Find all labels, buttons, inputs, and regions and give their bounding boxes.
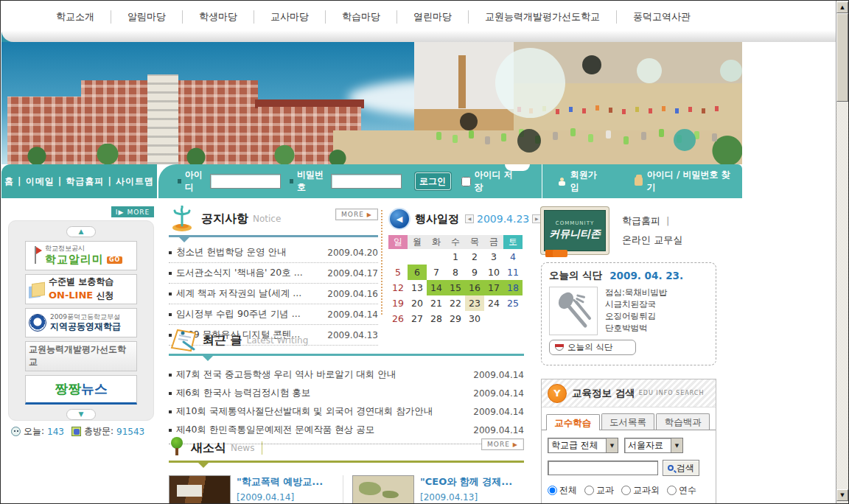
edu-search-button[interactable]: 검색 xyxy=(663,460,699,476)
calendar-day[interactable]: 8 xyxy=(446,265,465,280)
calendar-day[interactable]: 11 xyxy=(503,265,523,280)
quick-links[interactable]: 홈 | 이메일 | 학급홈피 | 사이트맵 xyxy=(1,164,157,198)
notice-more-button[interactable]: MORE▶ xyxy=(335,209,378,220)
save-id-checkbox[interactable] xyxy=(461,177,471,186)
calendar-day[interactable]: 9 xyxy=(465,265,484,280)
calendar-day[interactable]: 14 xyxy=(427,280,446,295)
news-title: 새소식 xyxy=(191,441,226,456)
calendar-day[interactable]: 2 xyxy=(465,249,484,265)
calendar-day[interactable]: 7 xyxy=(427,265,446,280)
tab-teaching-learning[interactable]: 교수학습 xyxy=(546,414,600,430)
students-playing xyxy=(436,132,441,140)
calendar-day[interactable]: 19 xyxy=(388,295,408,311)
person-icon xyxy=(558,178,565,186)
latest-item[interactable]: 제10회 국제통역사절단선발대회 및 외국어 경연대회 참가안내2009.04.… xyxy=(169,402,524,421)
tab-book-list[interactable]: 도서목록 xyxy=(601,413,655,430)
calendar-day[interactable]: 5 xyxy=(388,265,408,280)
nav-item-notice-board[interactable]: 알림마당 xyxy=(111,10,182,24)
calendar-day[interactable]: 4 xyxy=(503,249,523,265)
nav-item-school-intro[interactable]: 학교소개 xyxy=(40,10,111,24)
nav-item-teacher[interactable]: 교사마당 xyxy=(254,10,325,24)
calendar-day[interactable]: 1 xyxy=(446,249,465,265)
calendar-day xyxy=(388,249,408,265)
nav-item-learning[interactable]: 학습마당 xyxy=(325,10,396,24)
event-calendar: ◀ 행사일정 ◀ 2009.4.23 ▶ 일 월 화 수 목 금 토 12345… xyxy=(388,204,524,326)
calendar-next-button[interactable]: ▶ xyxy=(532,214,541,223)
news-more-button[interactable]: MORE▶ xyxy=(481,438,524,450)
calendar-day[interactable]: 25 xyxy=(503,295,523,311)
notice-item[interactable]: 청소년 헌법학당 운영 안내2009.04.20 xyxy=(169,242,378,263)
calendar-day[interactable]: 29 xyxy=(446,311,465,326)
notice-item[interactable]: 세계 책과 저작권의 날(세계 ...2009.04.16 xyxy=(169,284,378,304)
login-button[interactable]: 로그인 xyxy=(415,172,451,190)
password-input[interactable] xyxy=(331,174,402,189)
calendar-prev-button[interactable]: ◀ xyxy=(465,214,474,223)
calendar-day[interactable]: 26 xyxy=(388,311,408,326)
calendar-day[interactable]: 23 xyxy=(465,295,484,311)
news-item[interactable]: "CEO와 함께 경제... [2009.04.13] xyxy=(343,475,517,504)
calendar-day[interactable]: 21 xyxy=(427,295,446,311)
meal-menu-button[interactable]: 오늘의 식단 xyxy=(549,340,636,355)
nav-item-student[interactable]: 학생마당 xyxy=(182,10,254,24)
calendar-day[interactable]: 10 xyxy=(484,265,503,280)
radio-extracurricular[interactable]: 교과외 xyxy=(621,484,660,497)
banner-scroll-down-button[interactable]: ▼ xyxy=(66,409,96,420)
vertical-scrollbar[interactable]: ▲ ▼ xyxy=(836,1,848,503)
calendar-day[interactable]: 27 xyxy=(408,311,427,326)
notice-item[interactable]: 임시정부 수립 90주년 기념 ...2009.04.14 xyxy=(169,304,378,325)
id-input[interactable] xyxy=(210,174,281,189)
scroll-down-button[interactable]: ▼ xyxy=(836,489,848,501)
calendar-day[interactable]: 30 xyxy=(465,311,484,326)
online-office-link[interactable]: 온라인 교무실 xyxy=(622,234,682,245)
radio-subject[interactable]: 교과 xyxy=(584,484,614,497)
nav-item-teacher-eval[interactable]: 교원능력개발평가선도학교 xyxy=(468,10,616,24)
notch xyxy=(505,164,530,171)
banner-online-study[interactable]: 수준별 보충학습 ON-LINE 신청 xyxy=(25,274,137,304)
latest-item[interactable]: 제6회 한국사 능력검정시험 홍보2009.04.14 xyxy=(169,384,524,402)
meal-line: 오징어링튀김 xyxy=(605,310,667,322)
material-select[interactable]: 서울자료 ▼ xyxy=(624,438,683,453)
news-item[interactable]: "학교폭력 예방교... [2009.04.14] xyxy=(169,475,343,504)
edu-subtitle: EDU INFO SEARCH xyxy=(639,390,705,396)
radio-training[interactable]: 연수 xyxy=(667,484,696,497)
notice-item[interactable]: 도서관소식지 '책내음' 20호 ...2009.04.17 xyxy=(169,263,378,284)
find-id-pw-link[interactable]: 아이디 / 비밀번호 찾기 xyxy=(635,169,733,194)
chalkboard-icon[interactable]: COMMUNITY 커뮤니티존 xyxy=(541,207,609,254)
calendar-day[interactable]: 15 xyxy=(446,280,465,295)
calendar-day[interactable]: 16 xyxy=(465,280,484,295)
radio-all[interactable]: 전체 xyxy=(548,484,577,497)
banner-zzang-news[interactable]: 짱짱뉴스 xyxy=(25,375,137,405)
today-count: 143 xyxy=(47,427,64,437)
banner-scroll-up-button[interactable]: ▲ xyxy=(66,226,96,237)
scrollbar-thumb[interactable] xyxy=(836,13,848,102)
banner-teacher-eval[interactable]: 교원능력개발평가선도학교 xyxy=(25,341,137,371)
nav-item-history-hall[interactable]: 풍덕고역사관 xyxy=(616,10,707,24)
go-badge: GO xyxy=(107,256,122,264)
calendar-day[interactable]: 28 xyxy=(427,311,446,326)
nav-item-open[interactable]: 열린마당 xyxy=(396,10,468,24)
banner-gifted-class[interactable]: 2009풍덕고등학교부설 지역공동영재학급 xyxy=(25,308,137,337)
bowl-icon xyxy=(555,344,564,351)
calendar-day[interactable]: 18 xyxy=(503,280,523,295)
visitor-total-icon xyxy=(71,427,81,436)
edu-search-input[interactable] xyxy=(548,461,658,475)
clipboard-pen-icon xyxy=(169,329,198,352)
calendar-day[interactable]: 6 xyxy=(408,265,427,280)
signup-link[interactable]: 회원가입 xyxy=(558,169,603,194)
scroll-up-button[interactable]: ▲ xyxy=(836,1,848,13)
school-level-select[interactable]: 학교급 전체 ▼ xyxy=(548,438,618,453)
calendar-day[interactable]: 17 xyxy=(484,280,503,295)
banner-school-alimi[interactable]: 학교정보공시 학교알리미GO xyxy=(25,241,137,270)
community-zone: COMMUNITY 커뮤니티존 학급홈피| 온라인 교무실 xyxy=(541,204,741,257)
calendar-day[interactable]: 20 xyxy=(408,295,427,311)
calendar-day[interactable]: 13 xyxy=(408,280,427,295)
calendar-day[interactable]: 22 xyxy=(446,295,465,311)
tab-learning-encyclopedia[interactable]: 학습백과 xyxy=(656,413,710,430)
class-homepage-link[interactable]: 학급홈피 xyxy=(622,215,660,226)
sidebar-more-button[interactable]: I▶ MORE xyxy=(111,206,154,217)
latest-item[interactable]: 제7회 전국 중고등학생 우리 역사 바로알기 대회 안내2009.04.14 xyxy=(169,365,524,384)
calendar-day[interactable]: 12 xyxy=(388,280,408,295)
calendar-day[interactable]: 3 xyxy=(484,249,503,265)
divider xyxy=(542,164,542,198)
calendar-day[interactable]: 24 xyxy=(484,295,503,311)
